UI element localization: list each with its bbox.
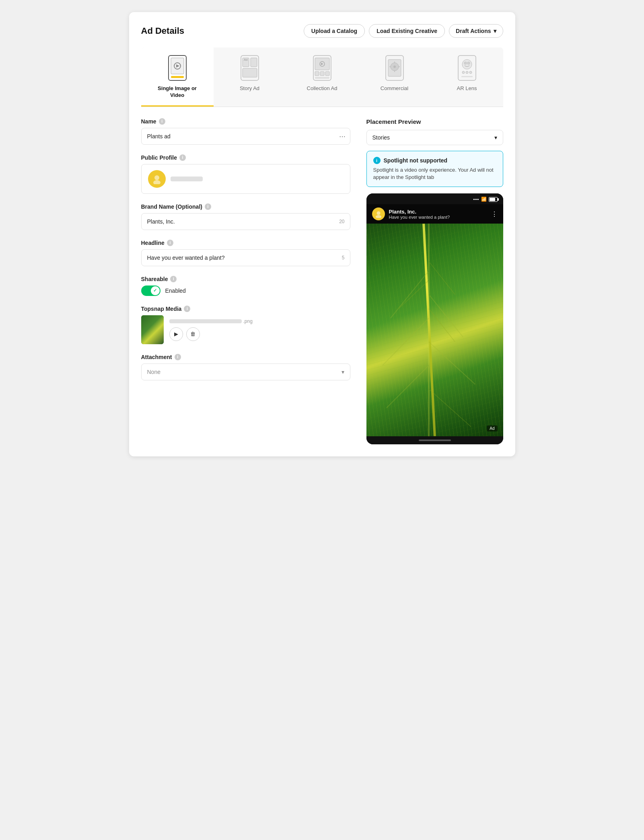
tab-single-image[interactable]: Single Image orVideo xyxy=(141,47,214,107)
topsnap-filename: .png xyxy=(169,318,350,324)
topsnap-info-icon[interactable]: i xyxy=(184,306,190,312)
svg-line-45 xyxy=(429,261,455,294)
home-indicator xyxy=(419,440,451,441)
svg-line-48 xyxy=(429,389,471,427)
headline-info-icon[interactable]: i xyxy=(167,240,173,246)
story-ad-icon: Ad xyxy=(240,54,260,82)
spotlight-info-icon: i xyxy=(373,157,381,164)
phone-bottom-bar xyxy=(366,436,503,444)
tab-single-label: Single Image orVideo xyxy=(158,85,197,99)
ad-type-tabs: Single Image orVideo Ad Story Ad xyxy=(141,47,503,107)
svg-point-29 xyxy=(464,62,467,65)
svg-text:Ad: Ad xyxy=(244,58,248,62)
content-layout: Name i ⋯ Public Profile i xyxy=(141,118,503,444)
attachment-select[interactable]: None ▾ xyxy=(141,364,350,380)
attachment-value: None xyxy=(147,369,160,375)
svg-point-36 xyxy=(153,180,160,184)
headline-input[interactable] xyxy=(141,249,350,266)
wifi-icon: 📶 xyxy=(481,197,487,202)
ad-badge: Ad xyxy=(487,425,497,431)
name-input-wrapper: ⋯ xyxy=(141,128,350,145)
phone-menu-dots-icon: ⋮ xyxy=(491,210,498,218)
svg-rect-4 xyxy=(171,76,184,78)
headline-label: Headline i xyxy=(141,240,350,246)
public-profile-group: Public Profile i xyxy=(141,154,350,194)
headline-group: Headline i 5 xyxy=(141,240,350,266)
battery-icon xyxy=(489,197,498,202)
svg-point-30 xyxy=(467,62,470,65)
headline-input-wrapper: 5 xyxy=(141,249,350,266)
name-label: Name i xyxy=(141,118,350,125)
commercial-icon xyxy=(385,54,405,82)
single-image-icon xyxy=(167,54,187,82)
name-menu-button[interactable]: ⋯ xyxy=(339,132,346,140)
name-info-icon[interactable]: i xyxy=(159,118,165,125)
svg-line-44 xyxy=(387,366,429,408)
brand-name-group: Brand Name (Optional) i 20 xyxy=(141,203,350,230)
upload-catalog-button[interactable]: Upload a Catalog xyxy=(304,24,365,38)
topsnap-file-info: .png ▶ 🗑 xyxy=(169,318,350,341)
draft-actions-button[interactable]: Draft Actions ▾ xyxy=(449,24,503,38)
public-profile-box[interactable] xyxy=(141,164,350,194)
attachment-chevron-icon: ▾ xyxy=(342,369,344,375)
topsnap-delete-button[interactable]: 🗑 xyxy=(186,327,200,341)
spotlight-warning-box: i Spotlight not supported Spotlight is a… xyxy=(366,151,503,187)
battery-fill xyxy=(490,198,495,201)
name-input[interactable] xyxy=(141,128,350,145)
svg-point-21 xyxy=(393,66,396,68)
headline-char-count: 5 xyxy=(342,255,345,261)
tab-commercial[interactable]: Commercial xyxy=(358,47,431,107)
right-panel: Placement Preview Stories ▾ i Spotlight … xyxy=(366,118,503,444)
svg-rect-16 xyxy=(325,72,329,76)
shareable-toggle[interactable]: ✓ xyxy=(141,285,160,296)
spotlight-warning-header: i Spotlight not supported xyxy=(373,157,496,164)
header-actions: Upload a Catalog Load Existing Creative … xyxy=(304,24,503,38)
tab-story-ad[interactable]: Ad Story Ad xyxy=(214,47,286,107)
svg-line-43 xyxy=(429,342,475,384)
attachment-info-icon[interactable]: i xyxy=(175,354,181,360)
svg-line-42 xyxy=(383,318,429,366)
topsnap-play-button[interactable]: ▶ xyxy=(169,327,183,341)
topsnap-media-actions: ▶ 🗑 xyxy=(169,327,350,341)
public-profile-label: Public Profile i xyxy=(141,154,350,161)
topsnap-leaf-preview xyxy=(141,315,164,344)
tab-collection-ad[interactable]: Collection Ad xyxy=(286,47,358,107)
svg-rect-15 xyxy=(320,72,324,76)
tab-arlens[interactable]: AR Lens xyxy=(431,47,503,107)
svg-line-47 xyxy=(429,309,455,342)
tab-commercial-label: Commercial xyxy=(381,85,408,91)
brand-name-input-wrapper: 20 xyxy=(141,213,350,230)
tab-story-label: Story Ad xyxy=(240,85,259,91)
phone-preview: ▪▪▪▪ 📶 Plants, Inc. Ha xyxy=(366,193,503,444)
svg-point-32 xyxy=(466,71,468,74)
phone-profile-name: Plants, Inc. xyxy=(389,209,487,215)
svg-point-38 xyxy=(376,215,381,218)
leaf-veins-svg xyxy=(366,224,503,436)
phone-status-bar: ▪▪▪▪ 📶 xyxy=(366,193,503,204)
shareable-info-icon[interactable]: i xyxy=(170,276,177,282)
svg-line-46 xyxy=(399,280,429,309)
load-creative-button[interactable]: Load Existing Creative xyxy=(369,24,445,38)
attachment-label: Attachment i xyxy=(141,354,350,360)
svg-point-33 xyxy=(469,71,472,74)
battery-tip xyxy=(498,198,499,201)
collection-ad-icon xyxy=(312,54,332,82)
toggle-knob: ✓ xyxy=(151,286,160,295)
svg-rect-17 xyxy=(315,77,329,79)
topsnap-media-row: .png ▶ 🗑 xyxy=(141,315,350,344)
phone-profile-sub: Have you ever wanted a plant? xyxy=(389,215,487,220)
profile-name-placeholder xyxy=(171,177,203,181)
placement-preview-label: Placement Preview xyxy=(366,118,503,125)
svg-rect-14 xyxy=(315,72,319,76)
svg-point-37 xyxy=(377,212,380,215)
public-profile-info-icon[interactable]: i xyxy=(179,154,186,161)
brand-name-input[interactable] xyxy=(141,213,350,230)
shareable-toggle-row: ✓ Enabled xyxy=(141,285,350,296)
attachment-group: Attachment i None ▾ xyxy=(141,354,350,380)
chevron-down-icon: ▾ xyxy=(494,28,496,34)
brand-name-info-icon[interactable]: i xyxy=(205,203,211,210)
arlens-icon xyxy=(457,54,477,82)
topsnap-media-label: Topsnap Media i xyxy=(141,306,350,312)
shareable-label: Shareable i xyxy=(141,276,350,282)
placement-select[interactable]: Stories ▾ xyxy=(366,130,503,145)
